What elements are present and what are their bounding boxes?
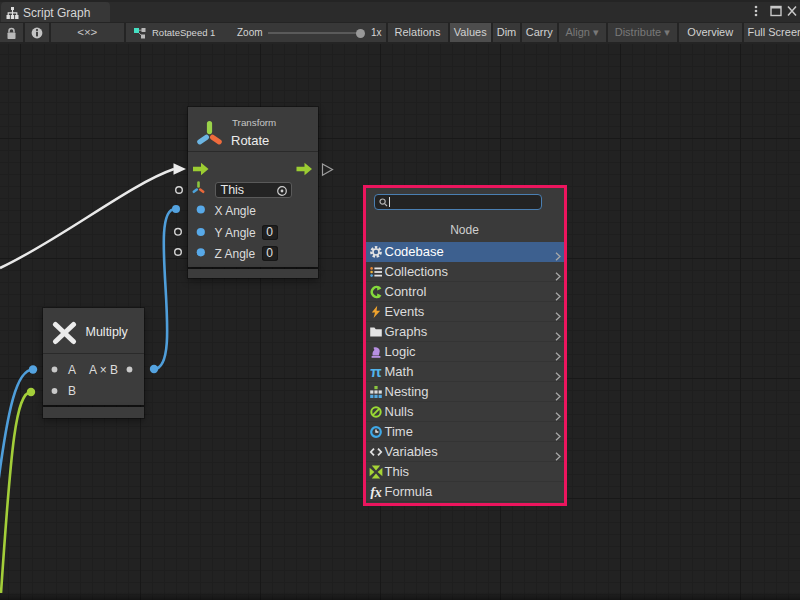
svg-text:fx: fx: [370, 485, 382, 499]
svg-text:π: π: [370, 365, 382, 379]
